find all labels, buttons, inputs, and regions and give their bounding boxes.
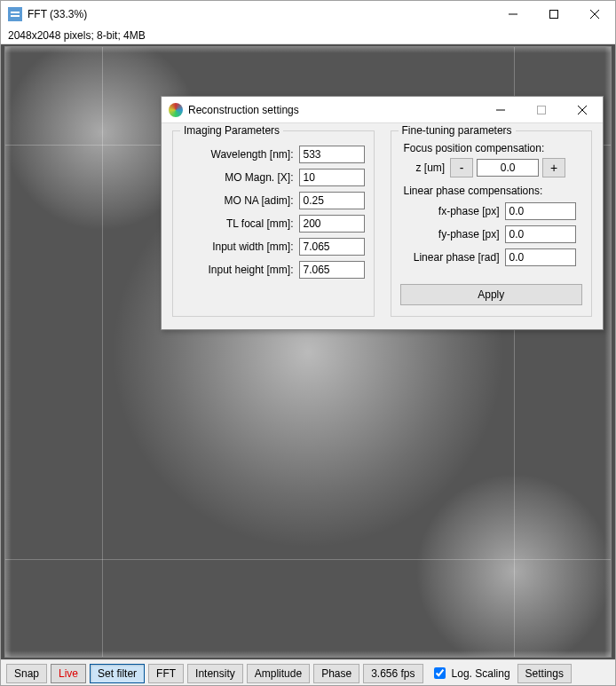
focus-comp-label: Focus position compensation:	[404, 142, 583, 154]
log-scaling-wrapper[interactable]: Log. Scaling	[430, 665, 510, 682]
tl-focal-label: TL focal [mm]:	[182, 217, 294, 230]
tuning-group-title: Fine-tuning parameters	[399, 124, 516, 137]
mo-na-field[interactable]	[299, 192, 365, 209]
titlebar[interactable]: FFT (33.3%)	[1, 1, 615, 28]
image-info: 2048x2048 pixels; 8-bit; 4MB	[1, 28, 615, 44]
linear-comp-label: Linear phase compensations:	[404, 185, 583, 197]
input-height-field[interactable]	[299, 261, 365, 279]
z-field[interactable]	[477, 159, 539, 177]
set-filter-button[interactable]: Set filter	[90, 664, 145, 683]
fx-label: fx-phase [px]	[400, 205, 500, 217]
fft-canvas[interactable]: Reconstruction settings Imaging Paramete…	[1, 44, 615, 659]
dialog-maximize-button	[521, 97, 562, 123]
phase-button[interactable]: Phase	[313, 664, 359, 683]
z-label: z [um]	[416, 162, 446, 174]
dialog-close-button[interactable]	[562, 97, 603, 123]
dialog-title: Reconstruction settings	[188, 104, 480, 116]
snap-button[interactable]: Snap	[6, 664, 47, 683]
input-height-label: Input height [mm]:	[182, 264, 294, 276]
wavelength-label: Wavelength [nm]:	[182, 148, 294, 161]
close-button[interactable]	[574, 1, 615, 28]
fft-button[interactable]: FFT	[148, 664, 184, 683]
mo-magn-field[interactable]	[299, 169, 365, 186]
fx-field[interactable]	[505, 202, 576, 220]
main-window: FFT (33.3%) 2048x2048 pixels; 8-bit; 4MB…	[0, 0, 616, 686]
fy-field[interactable]	[505, 225, 576, 243]
lphase-field[interactable]	[505, 248, 576, 266]
imaging-parameters-group: Imaging Parameters Wavelength [nm]: MO M…	[172, 130, 375, 317]
input-width-label: Input width [mm]:	[182, 240, 294, 253]
settings-button[interactable]: Settings	[517, 664, 572, 683]
amplitude-button[interactable]: Amplitude	[247, 664, 310, 683]
z-increment-button[interactable]: +	[542, 158, 565, 177]
lphase-label: Linear phase [rad]	[400, 251, 500, 264]
z-decrement-button[interactable]: -	[450, 158, 473, 177]
mo-magn-label: MO Magn. [X]:	[182, 171, 294, 184]
fine-tuning-group: Fine-tuning parameters Focus position co…	[391, 130, 593, 317]
bottom-toolbar: Snap Live Set filter FFT Intensity Ampli…	[1, 659, 615, 686]
fps-readout: 3.656 fps	[363, 664, 423, 683]
log-scaling-label: Log. Scaling	[452, 667, 510, 680]
log-scaling-checkbox[interactable]	[434, 667, 446, 679]
dialog-icon	[169, 103, 183, 117]
window-title: FFT (33.3%)	[28, 8, 493, 20]
tl-focal-field[interactable]	[299, 215, 365, 233]
intensity-button[interactable]: Intensity	[187, 664, 243, 683]
live-button[interactable]: Live	[51, 664, 86, 683]
dialog-minimize-button[interactable]	[480, 97, 521, 123]
wavelength-field[interactable]	[299, 146, 365, 163]
fy-label: fy-phase [px]	[400, 228, 500, 240]
reconstruction-settings-dialog[interactable]: Reconstruction settings Imaging Paramete…	[161, 96, 604, 330]
minimize-button[interactable]	[493, 1, 533, 28]
apply-button[interactable]: Apply	[400, 284, 583, 305]
imaging-group-title: Imaging Parameters	[180, 124, 283, 137]
svg-rect-5	[538, 106, 546, 114]
maximize-button[interactable]	[533, 1, 574, 28]
dialog-titlebar[interactable]: Reconstruction settings	[162, 97, 603, 123]
input-width-field[interactable]	[299, 238, 365, 256]
mo-na-label: MO NA [adim]:	[182, 194, 294, 207]
app-icon	[8, 7, 22, 21]
svg-rect-1	[550, 11, 558, 19]
